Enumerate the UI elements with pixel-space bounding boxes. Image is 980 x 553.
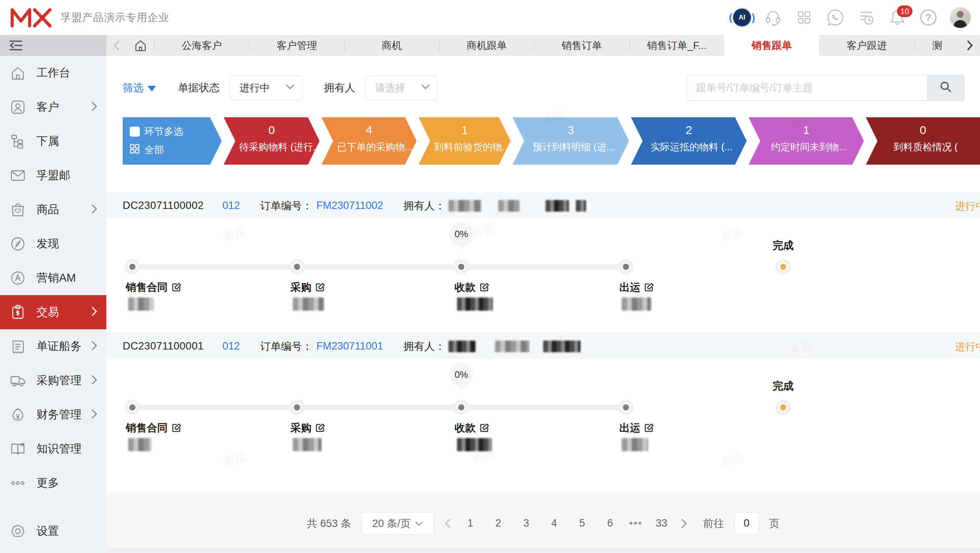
edit-icon[interactable] (644, 423, 654, 433)
notification-bell-icon[interactable]: 10 (888, 8, 907, 27)
tabs-scroll-right-icon[interactable] (960, 35, 980, 56)
edit-icon[interactable] (480, 282, 490, 292)
timeline-node-purchase[interactable] (289, 259, 305, 275)
page-number[interactable]: 2 (489, 517, 507, 529)
edit-icon[interactable] (172, 282, 182, 292)
sidebar-item-fumeng-mail[interactable]: 孚盟邮 (0, 158, 106, 193)
whatsapp-phone-icon[interactable] (825, 8, 845, 27)
order-row-header: DC23071100001 012 订单编号： FM230711001 拥有人：… (106, 333, 980, 359)
page-number[interactable]: 1 (461, 517, 479, 529)
order-no-link[interactable]: FM230711002 (316, 200, 383, 212)
page-number[interactable]: 6 (601, 517, 619, 529)
sidebar-item-products[interactable]: 商品 (0, 193, 106, 227)
tab-sales-orders-f[interactable]: 销售订单_F... (629, 35, 725, 56)
tab-home[interactable] (127, 35, 155, 56)
tab-customer-follow[interactable]: 客户跟进 (819, 35, 914, 56)
footer-strip (106, 548, 980, 553)
edit-icon[interactable] (172, 423, 182, 433)
next-page-icon[interactable] (681, 518, 688, 529)
sidebar-item-knowledge[interactable]: 知识管理 (0, 432, 106, 466)
tab-customer-management[interactable]: 客户管理 (249, 35, 344, 56)
status-select[interactable]: 进行中 (230, 75, 302, 100)
order-no-link[interactable]: FM230711001 (316, 340, 383, 352)
step-shipment: 出运 (619, 280, 654, 294)
search-button[interactable] (927, 75, 964, 101)
search-input[interactable] (686, 75, 927, 101)
edit-icon[interactable] (480, 423, 490, 433)
owner-label: 拥有人： (403, 199, 445, 213)
sidebar-item-workbench[interactable]: 工作台 (0, 56, 106, 90)
order-link[interactable]: 012 (222, 200, 240, 212)
timeline-node-payment[interactable] (454, 400, 469, 415)
timeline-node-payment[interactable] (454, 259, 469, 275)
stage-arrival-quality-check[interactable]: 0 到料质检情况 ( (866, 117, 980, 165)
timeline-node-contract[interactable] (125, 259, 140, 275)
edit-icon[interactable] (644, 282, 654, 292)
sidebar-item-procurement[interactable]: 采购管理 (0, 363, 106, 398)
stage-expected-arrival[interactable]: 3 预计到料明细 (进... (513, 117, 629, 165)
sidebar-item-customers[interactable]: 客户 (0, 90, 106, 124)
page-size-select[interactable]: 20 条/页 (361, 512, 434, 535)
tabs-scroll-left-icon[interactable] (106, 35, 127, 56)
help-icon[interactable]: ? (919, 8, 938, 27)
page-number-last[interactable]: 33 (653, 517, 671, 529)
sidebar-item-marketing-am[interactable]: 营销AM (0, 261, 106, 295)
page-number[interactable]: 3 (517, 517, 535, 529)
total-count-label: 共 653 条 (307, 516, 351, 530)
tab-sales-orders[interactable]: 销售订单 (534, 35, 629, 56)
filter-row: 筛选 单据状态 进行中 拥有人 请选择 (123, 70, 964, 106)
sidebar-item-more[interactable]: 更多 (0, 466, 106, 500)
more-dots-icon (9, 475, 26, 492)
sidebar-item-finance[interactable]: 财务管理 (0, 398, 106, 432)
tab-opportunity-follow[interactable]: 商机跟单 (439, 35, 534, 56)
sidebar-item-subordinates[interactable]: 下属 (0, 124, 106, 158)
sidebar-item-shipping-docs[interactable]: 单证船务 (0, 329, 106, 363)
page-number[interactable]: 4 (545, 517, 563, 529)
apps-grid-icon[interactable] (794, 8, 814, 27)
timeline-node-shipment[interactable] (618, 400, 634, 415)
goto-page-input[interactable] (734, 512, 759, 535)
multi-select-checkbox[interactable] (130, 127, 140, 137)
grid-all-icon (130, 144, 140, 156)
mail-icon (9, 167, 26, 184)
timeline-node-shipment[interactable] (618, 259, 634, 275)
prev-page-icon[interactable] (444, 518, 451, 529)
support-headset-icon[interactable] (763, 8, 783, 27)
sidebar-item-settings[interactable]: 设置 (0, 514, 106, 548)
redacted-owner-name (448, 200, 481, 212)
timeline-node-contract[interactable] (125, 400, 140, 415)
page-number[interactable]: 5 (573, 517, 591, 529)
order-link[interactable]: 012 (222, 340, 240, 352)
sidebar-item-trade[interactable]: 交易 (0, 295, 106, 329)
nav-row: 公海客户 客户管理 商机 商机跟单 销售订单 销售订单_F... 销售跟单 客户… (0, 35, 980, 56)
order-code: DC23071100001 (123, 340, 204, 352)
owner-filter-label: 拥有人 (324, 81, 355, 95)
chevron-right-icon (91, 409, 98, 421)
edit-icon[interactable] (315, 282, 325, 292)
sidebar-item-discover[interactable]: 发现 (0, 227, 106, 261)
task-history-icon[interactable] (857, 8, 876, 27)
edit-icon[interactable] (315, 423, 325, 433)
stage-ordered-materials[interactable]: 4 已下单的采购物... (321, 117, 417, 165)
timeline-node-purchase[interactable] (289, 400, 305, 415)
tab-sales-follow-active[interactable]: 销售跟单 (724, 35, 819, 56)
ai-assistant-icon[interactable]: ( AI ) (732, 8, 752, 27)
home-icon (134, 38, 148, 52)
stage-not-arrived-on-time[interactable]: 1 约定时间未到物... (749, 117, 864, 165)
user-avatar[interactable] (950, 7, 971, 28)
tab-opportunities[interactable]: 商机 (344, 35, 440, 56)
tab-test[interactable]: 测 (914, 35, 960, 56)
stage-actually-arrived[interactable]: 2 实际运抵的物料 (... (631, 117, 747, 165)
filter-toggle-button[interactable]: 筛选 (123, 81, 156, 95)
stage-all-segment[interactable]: 环节多选 全部 (123, 117, 222, 165)
top-header: 孚盟产品演示专用企业 ( AI ) (0, 0, 980, 35)
stage-pre-arrival-inspection[interactable]: 1 到料前验货的物... (419, 117, 511, 165)
collapse-sidebar-icon[interactable] (9, 39, 23, 52)
stage-pending-purchase[interactable]: 0 待采购物料 (进行... (224, 117, 320, 165)
owner-select[interactable]: 请选择 (365, 75, 438, 100)
pages-ellipsis[interactable]: ••• (629, 517, 642, 529)
timeline-node-done[interactable] (775, 259, 791, 275)
tab-public-customers[interactable]: 公海客户 (154, 35, 249, 56)
timeline-node-done[interactable] (775, 400, 791, 415)
done-stage-label: 完成 (773, 238, 794, 252)
